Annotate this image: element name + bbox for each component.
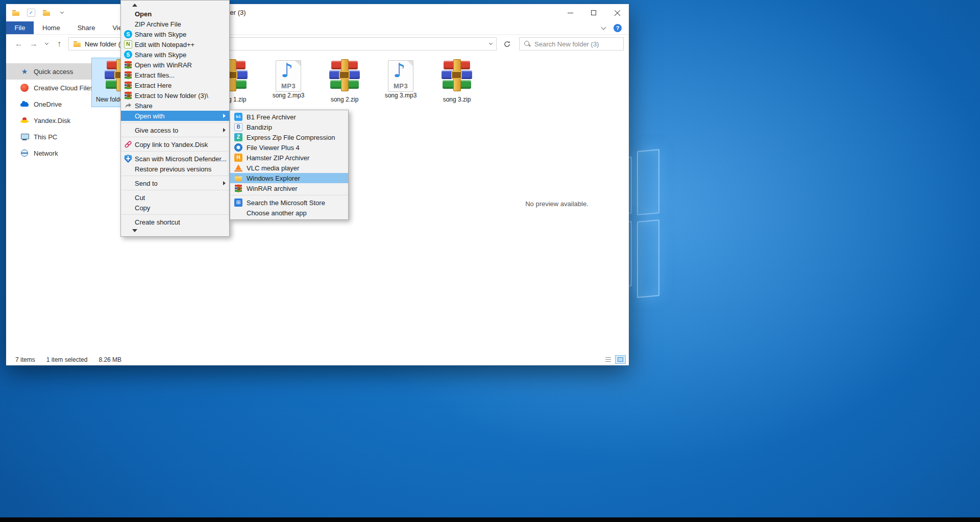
recent-locations-button[interactable] [43,43,50,44]
navigation-pane: ★ Quick access Creative Cloud Files OneD… [6,53,92,354]
menu-item-copy[interactable]: Copy [121,203,229,213]
refresh-button[interactable] [500,40,513,48]
submenu-item-vlc-media-player[interactable]: VLC media player [230,163,348,173]
winrar-icon [124,91,132,100]
items-count: 7 items [15,356,35,363]
file-item[interactable]: ♪MP3 song 2.mp3 [260,58,316,103]
menu-item-extract-files[interactable]: Extract files... [121,70,229,80]
help-button[interactable]: ? [614,24,622,32]
new-folder-button[interactable] [42,8,51,17]
windows-logo-pane [637,219,659,298]
submenu-item-file-viewer-plus-4[interactable]: File Viewer Plus 4 [230,142,348,153]
search-icon [524,41,530,47]
tab-home[interactable]: Home [34,21,69,34]
status-bar: 7 items 1 item selected 8.26 MB [6,354,629,365]
tab-file[interactable]: File [6,21,34,34]
menu-item-restore-previous-versions[interactable]: Restore previous versions [121,164,229,174]
menu-item-extract-to-folder[interactable]: Extract to New folder (3)\ [121,90,229,101]
menu-item-share-with-skype[interactable]: SShare with Skype [121,29,229,39]
close-icon [614,10,621,16]
folder-icon [12,9,20,17]
menu-item-share-with-skype-2[interactable]: SShare with Skype [121,49,229,60]
triangle-up-icon [132,4,137,7]
submenu-item-winrar-archiver[interactable]: WinRAR archiver [230,183,348,193]
thumbnails-view-button[interactable] [615,355,626,364]
mp3-file-icon: ♪MP3 [388,60,413,92]
sidebar-item-onedrive[interactable]: OneDrive [6,96,92,112]
sidebar-item-creative-cloud-files[interactable]: Creative Cloud Files [6,80,92,96]
creative-cloud-icon [20,84,29,92]
expand-ribbon-chevron-icon[interactable] [601,24,606,30]
winrar-archive-icon [328,60,361,93]
search-input[interactable] [534,40,624,48]
menu-item-open[interactable]: Open [121,9,229,19]
forward-button[interactable]: → [28,39,39,48]
submenu-arrow-icon [223,114,226,118]
menu-item-copy-link-to-yandex-disk[interactable]: Copy link to Yandex.Disk [121,139,229,150]
file-item[interactable]: ♪MP3 song 3.mp3 [373,58,429,103]
file-name: song 2.zip [331,96,359,104]
minimize-button[interactable] [558,4,582,21]
skype-icon: S [124,51,132,59]
submenu-item-hamster-zip-archiver[interactable]: HHamster ZIP Archiver [230,153,348,163]
qat-customize-button[interactable] [57,8,66,17]
app-folder-icon[interactable] [11,8,20,17]
winrar-archive-icon [440,60,473,93]
submenu-item-search-microsoft-store[interactable]: ⊞Search the Microsoft Store [230,197,348,208]
sidebar-item-this-pc[interactable]: This PC [6,129,92,145]
hamster-icon: H [234,154,242,162]
chevron-down-icon [44,41,48,45]
up-button[interactable]: ↑ [54,39,65,48]
view-toggles [603,355,626,364]
sidebar-item-label: This PC [34,133,57,141]
sidebar-item-network[interactable]: Network [6,145,92,161]
file-item[interactable]: song 3.zip [429,58,485,107]
chevron-down-icon [489,41,493,45]
menu-item-scan-with-microsoft-defender[interactable]: Scan with Microsoft Defender... [121,154,229,164]
sidebar-item-yandex-disk[interactable]: Yandex.Disk [6,112,92,129]
menu-separator [121,214,229,215]
menu-item-extract-here[interactable]: Extract Here [121,80,229,90]
menu-item-send-to[interactable]: Send to [121,178,229,188]
file-viewer-icon [234,143,242,152]
file-item[interactable]: song 2.zip [316,58,373,107]
tab-share[interactable]: Share [69,21,104,34]
sidebar-item-quick-access[interactable]: ★ Quick access [6,63,92,80]
menu-scroll-up[interactable] [121,2,229,9]
submenu-item-express-zip[interactable]: ZExpress Zip File Compression [230,132,348,142]
back-button[interactable]: ← [13,39,24,48]
selection-size: 8.26 MB [99,356,121,363]
menu-item-open-with[interactable]: Open with [121,111,229,121]
menu-item-open-with-winrar[interactable]: Open with WinRAR [121,60,229,70]
triangle-down-icon [132,229,137,232]
properties-button[interactable]: ✓ [27,8,36,17]
yandex-link-icon [124,140,132,148]
file-name: song 2.mp3 [273,92,305,100]
submenu-item-b1-free-archiver[interactable]: b1B1 Free Archiver [230,112,348,122]
search-box [519,37,624,51]
file-name: song 3.zip [443,96,471,104]
refresh-icon [503,40,511,48]
microsoft-store-icon: ⊞ [234,198,242,207]
menu-item-share[interactable]: Share [121,101,229,111]
menu-item-create-shortcut[interactable]: Create shortcut [121,217,229,227]
quick-access-toolbar: ✓ [6,8,66,17]
menu-item-cut[interactable]: Cut [121,192,229,203]
address-dropdown-button[interactable] [489,43,492,44]
menu-separator [121,122,229,123]
submenu-item-windows-explorer[interactable]: Windows Explorer [230,173,348,183]
maximize-button[interactable] [582,4,605,21]
submenu-arrow-icon [223,128,226,132]
submenu-item-bandizip[interactable]: BBandizip [230,122,348,132]
menu-item-zip-archive-file[interactable]: ZIP Archive File [121,19,229,29]
close-button[interactable] [605,4,629,21]
menu-item-edit-with-notepad-plus-plus[interactable]: NEdit with Notepad++ [121,39,229,49]
sidebar-item-label: Network [34,150,58,157]
submenu-item-choose-another-app[interactable]: Choose another app [230,208,348,218]
menu-item-give-access-to[interactable]: Give access to [121,125,229,135]
taskbar-edge [0,517,980,522]
menu-scroll-down[interactable] [121,227,229,234]
details-view-button[interactable] [603,355,614,364]
maximize-icon [591,10,596,15]
context-menu: Open ZIP Archive File SShare with Skype … [120,0,230,237]
